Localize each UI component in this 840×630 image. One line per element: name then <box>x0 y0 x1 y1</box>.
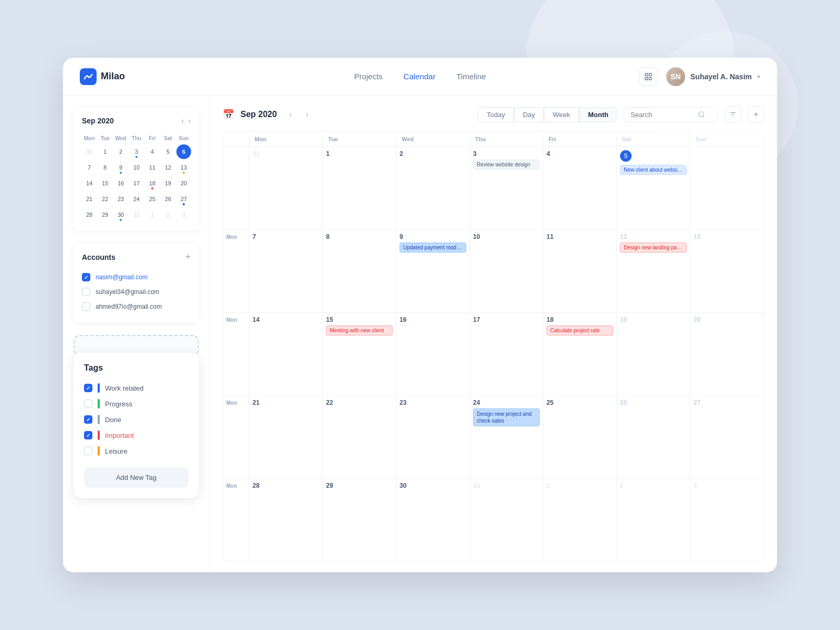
cal-cell-sep17: 17 <box>470 313 543 395</box>
mini-cal-day[interactable]: 19 <box>161 176 175 191</box>
week-label-3: Mon <box>223 313 249 395</box>
mini-cal-day[interactable]: 14 <box>82 176 97 191</box>
accounts-panel: Accounts + nasim@gmail.com suhayel34@gma… <box>74 243 199 322</box>
mini-cal-day[interactable]: 17 <box>129 176 144 191</box>
add-event-button[interactable] <box>748 106 764 123</box>
tag-item-4[interactable]: Leisure <box>84 443 188 459</box>
add-tag-button[interactable]: Add New Tag <box>84 467 188 488</box>
cell-date: 14 <box>253 316 319 323</box>
account-item-2[interactable]: ahmed97io@gmail.com <box>82 299 191 314</box>
mini-cal-day[interactable]: 22 <box>98 192 112 206</box>
account-item-1[interactable]: suhayel34@gmail.com <box>82 285 191 299</box>
mini-cal-day[interactable]: 27 <box>176 192 191 206</box>
mini-cal-day[interactable]: 29 <box>98 207 112 222</box>
event-payment-modules[interactable]: Updated payment modules based on project <box>400 243 466 253</box>
view-month-button[interactable]: Month <box>579 107 617 122</box>
cell-date: 15 <box>326 316 393 323</box>
mini-cal-day[interactable]: 5 <box>161 144 175 159</box>
view-today-button[interactable]: Today <box>478 107 514 122</box>
mini-cal-day[interactable]: 10 <box>129 160 144 175</box>
account-item-0[interactable]: nasim@gmail.com <box>82 270 191 285</box>
mini-cal-day[interactable]: 18 <box>145 176 160 191</box>
cell-date: 29 <box>326 482 393 489</box>
mini-cal-day[interactable]: 30 <box>113 207 128 222</box>
tag-item-1[interactable]: Progress <box>84 396 188 412</box>
tag-checkbox-3[interactable] <box>84 431 92 439</box>
cal-cell-sep26: 26 <box>617 396 690 478</box>
mini-cal-day[interactable]: 31 <box>82 144 97 159</box>
cal-next-button[interactable]: › <box>300 107 314 122</box>
notification-button[interactable] <box>639 67 658 86</box>
view-week-button[interactable]: Week <box>544 107 579 122</box>
mini-cal-prev[interactable]: ‹ <box>182 117 184 125</box>
tag-checkbox-0[interactable] <box>84 384 92 392</box>
mini-cal-day[interactable]: 25 <box>145 192 160 206</box>
event-landing-pages[interactable]: Design new landing pages <box>620 243 687 253</box>
nav-timeline[interactable]: Timeline <box>456 72 486 81</box>
mini-cal-day[interactable]: 3 <box>176 207 191 222</box>
mini-cal-dh-tue: Tue <box>98 133 112 143</box>
view-day-button[interactable]: Day <box>514 107 544 122</box>
mini-cal-day[interactable]: 2 <box>161 207 175 222</box>
mini-cal-day[interactable]: 23 <box>113 192 128 206</box>
event-new-client-website[interactable]: New client about website design at our o… <box>620 165 687 175</box>
mini-cal-day[interactable]: 9 <box>113 160 128 175</box>
tag-checkbox-1[interactable] <box>84 400 92 408</box>
mini-cal-day[interactable]: 8 <box>98 160 112 175</box>
mini-cal-day[interactable]: 21 <box>82 192 97 206</box>
mini-cal-day[interactable]: 20 <box>176 176 191 191</box>
event-meeting-client[interactable]: Meeting with new client <box>326 326 393 335</box>
cal-cell-aug31: 31 <box>249 147 323 229</box>
user-profile[interactable]: SN Suhayel A. Nasim ▾ <box>666 67 760 86</box>
filter-button[interactable] <box>724 106 741 123</box>
cell-date: 1 <box>326 150 393 158</box>
cal-cell-sep1: 1 <box>323 147 396 229</box>
add-icon <box>752 111 760 118</box>
mini-cal-next[interactable]: › <box>188 117 191 125</box>
tag-checkbox-4[interactable] <box>84 447 92 455</box>
mini-cal-day[interactable]: 12 <box>161 160 175 175</box>
tag-checkbox-2[interactable] <box>84 415 92 424</box>
cal-cell-oct1: 31 <box>470 479 543 561</box>
cell-date: 2 <box>400 150 466 158</box>
nav-projects[interactable]: Projects <box>354 72 382 81</box>
mini-cal-day[interactable]: 4 <box>145 144 160 159</box>
mini-cal-day[interactable]: 11 <box>145 160 160 175</box>
mini-cal-day[interactable]: 28 <box>82 207 97 222</box>
mini-cal-day[interactable]: 16 <box>113 176 128 191</box>
mini-cal-day[interactable]: 7 <box>82 160 97 175</box>
mini-cal-day[interactable]: 13 <box>176 160 191 175</box>
dropdown-chevron-icon: ▾ <box>757 73 760 80</box>
accounts-add-button[interactable]: + <box>185 251 191 262</box>
account-checkbox-0[interactable] <box>82 273 90 281</box>
mini-cal-day[interactable]: 24 <box>129 192 144 206</box>
cal-cell-sep8: 8 <box>323 230 396 312</box>
tag-item-3[interactable]: Important <box>84 427 188 443</box>
event-design-project[interactable]: Design new project and check sales <box>473 408 540 426</box>
event-review-website[interactable]: Review website design <box>473 160 540 170</box>
cell-date: 8 <box>326 233 393 240</box>
cell-date: 30 <box>400 482 466 489</box>
mini-cal-day[interactable]: 2 <box>113 144 128 159</box>
mini-cal-today[interactable]: 6 <box>176 144 191 159</box>
nav-calendar[interactable]: Calendar <box>404 72 436 81</box>
search-input[interactable] <box>631 111 694 119</box>
mini-cal-day[interactable]: 31 <box>129 207 144 222</box>
cal-cell-sep3: 3 Review website design <box>470 147 543 229</box>
cal-header-wed: Wed <box>396 132 470 146</box>
mini-cal-day[interactable]: 1 <box>98 144 112 159</box>
account-checkbox-1[interactable] <box>82 288 90 296</box>
cell-date: 3 <box>694 482 761 489</box>
mini-cal-day[interactable]: 26 <box>161 192 175 206</box>
cell-date: 25 <box>547 399 613 406</box>
event-calculate-rate[interactable]: Calculate project rate <box>547 326 613 335</box>
cal-prev-button[interactable]: ‹ <box>283 107 298 122</box>
cal-cell-sep19: 19 <box>617 313 690 395</box>
account-checkbox-2[interactable] <box>82 302 90 311</box>
tag-item-0[interactable]: Work related <box>84 380 188 396</box>
main-content: Sep 2020 ‹ › Mon Tue Wed Thu Fri Sat Sun… <box>63 96 777 572</box>
mini-cal-day[interactable]: 3 <box>129 144 144 159</box>
tag-item-2[interactable]: Done <box>84 412 188 427</box>
mini-cal-day[interactable]: 1 <box>145 207 160 222</box>
mini-cal-day[interactable]: 15 <box>98 176 112 191</box>
